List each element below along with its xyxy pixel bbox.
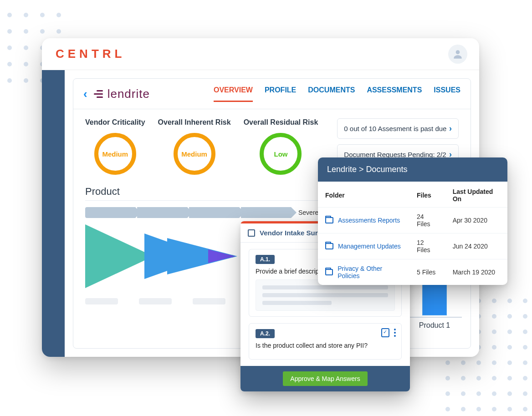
- question-a2: A.2. Is the product collect and store an…: [249, 323, 402, 360]
- folder-icon: [325, 243, 333, 249]
- metric-residual-risk: Overall Residual Risk Low: [244, 118, 318, 175]
- tab-bar: OVERVIEW PROFILE DOCUMENTS ASSESSMENTS I…: [214, 86, 460, 101]
- ring-medium: Medium: [174, 133, 215, 175]
- user-icon: [452, 48, 464, 60]
- folder-link[interactable]: Assessments Reports: [325, 217, 402, 224]
- top-bar: CENTRL: [42, 38, 479, 70]
- folder-icon: [325, 269, 333, 275]
- table-row[interactable]: Privacy & Other Policies 5 Files March 1…: [318, 259, 507, 285]
- stage-step: [189, 207, 239, 218]
- svg-marker-3: [144, 233, 208, 279]
- table-row[interactable]: Management Updates 12 Files Jun 24 2020: [318, 233, 507, 259]
- stage-step: [241, 207, 291, 218]
- placeholder: [139, 298, 172, 304]
- chevron-right-icon: ›: [449, 124, 452, 133]
- vendor-logo: lendrite: [94, 87, 150, 101]
- kebab-menu-icon[interactable]: [394, 329, 396, 337]
- tab-assessments[interactable]: ASSESSMENTS: [367, 86, 422, 101]
- question-tag: A.2.: [256, 329, 275, 338]
- tab-profile[interactable]: PROFILE: [265, 86, 296, 101]
- panel-header: ‹ lendrite OVERVIEW PROFILE DOCUMENTS AS…: [73, 79, 471, 109]
- tab-issues[interactable]: ISSUES: [434, 86, 460, 101]
- brand-logo: CENTRL: [56, 47, 125, 61]
- folder-icon: [325, 217, 333, 223]
- svg-marker-4: [208, 249, 235, 263]
- col-updated: Last Updated On: [445, 182, 507, 208]
- alert-assessment-due[interactable]: 0 out of 10 Assesment is past due ›: [337, 118, 459, 139]
- svg-point-0: [456, 50, 460, 54]
- col-files: Files: [409, 182, 445, 208]
- back-chevron-icon[interactable]: ‹: [83, 87, 87, 101]
- tab-documents[interactable]: DOCUMENTS: [308, 86, 355, 101]
- ring-low: Low: [260, 133, 302, 175]
- bar-label: Product 1: [407, 321, 462, 330]
- severe-label: Severe: [298, 209, 318, 216]
- folder-link[interactable]: Management Updates: [325, 243, 402, 250]
- documents-card-title: Lendrite > Documents: [318, 157, 507, 182]
- stage-step: [85, 207, 135, 218]
- metric-inherent-risk: Overall Inherent Risk Medium: [158, 118, 231, 175]
- tab-overview[interactable]: OVERVIEW: [214, 86, 253, 101]
- documents-table: Folder Files Last Updated On Assessments…: [318, 182, 507, 285]
- sidebar-strip: [42, 70, 65, 357]
- approve-map-button[interactable]: Approve & Map Answers: [283, 371, 367, 386]
- question-text: Is the product collect and store any PII…: [256, 342, 395, 349]
- survey-footer: Approve & Map Answers: [240, 366, 410, 391]
- col-folder: Folder: [318, 182, 409, 208]
- svg-marker-1: [85, 224, 153, 288]
- user-avatar[interactable]: [448, 45, 467, 64]
- question-tag: A.1.: [256, 255, 275, 264]
- folder-link[interactable]: Privacy & Other Policies: [325, 265, 402, 279]
- vendor-name: lendrite: [107, 87, 150, 101]
- table-row[interactable]: Assessments Reports 24 Files Apr 30 2020: [318, 208, 507, 233]
- metric-vendor-criticality: Vendor Criticality Medium: [85, 118, 145, 175]
- stage-step: [137, 207, 187, 218]
- form-icon: [248, 229, 255, 237]
- risk-metrics: Vendor Criticality Medium Overall Inhere…: [85, 118, 318, 175]
- documents-card: Lendrite > Documents Folder Files Last U…: [318, 157, 507, 285]
- ring-medium: Medium: [94, 133, 136, 175]
- vendor-logo-icon: [94, 90, 103, 98]
- placeholder: [85, 298, 118, 304]
- clipboard-check-icon[interactable]: [381, 328, 389, 337]
- placeholder: [193, 298, 225, 304]
